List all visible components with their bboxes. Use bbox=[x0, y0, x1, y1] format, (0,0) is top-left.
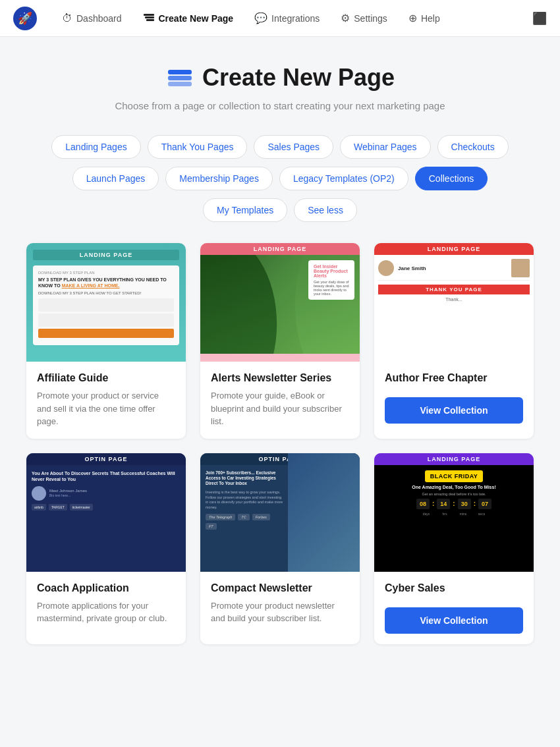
page-header: Create New Page Choose from a page or co… bbox=[26, 63, 534, 111]
logo-row: airbnb TARGET ticketmaster bbox=[32, 504, 181, 511]
nav-right-action[interactable]: ⬛ bbox=[532, 11, 547, 26]
card-type-label: LANDING PAGE bbox=[33, 250, 179, 260]
view-collection-button-author[interactable]: View Collection bbox=[385, 397, 523, 424]
card-coach: OPTIN PAGE You Are About To Discover Sec… bbox=[26, 453, 186, 644]
svg-rect-4 bbox=[146, 19, 154, 21]
timer-label-secs: secs bbox=[474, 512, 490, 516]
svg-rect-7 bbox=[168, 70, 192, 74]
svg-rect-2 bbox=[144, 14, 154, 16]
svg-rect-6 bbox=[168, 76, 192, 80]
card-info-coach: Coach Application Promote applications f… bbox=[26, 572, 186, 644]
logo-chip: Forbes bbox=[252, 514, 270, 520]
filter-membership-pages[interactable]: Membership Pages bbox=[165, 167, 273, 190]
filter-checkouts[interactable]: Checkouts bbox=[437, 135, 509, 159]
filter-row-3: My Templates See less bbox=[26, 198, 534, 222]
see-less-button[interactable]: See less bbox=[294, 198, 357, 222]
card-info-author: Author Free Chapter View Collection bbox=[374, 362, 534, 439]
card-title: Author Free Chapter bbox=[385, 372, 523, 384]
card-type-label: LANDING PAGE bbox=[374, 453, 534, 465]
timer-hours: 14 bbox=[437, 499, 450, 509]
cyber-inner: BLACK FRIDAY One Amazing Deal, Too Good … bbox=[374, 465, 534, 572]
filter-my-templates[interactable]: My Templates bbox=[203, 198, 287, 222]
coach-avatar bbox=[32, 486, 46, 501]
cyber-badge: BLACK FRIDAY bbox=[425, 470, 484, 482]
card-alerts: LANDING PAGE Get Insider Beauty Product … bbox=[200, 243, 360, 439]
timer: 08 : 14 : 30 : 07 bbox=[416, 499, 491, 509]
card-title: Alerts Newsletter Series bbox=[211, 372, 349, 384]
card-type-label: LANDING PAGE bbox=[200, 243, 360, 255]
card-preview-cyber: LANDING PAGE BLACK FRIDAY One Amazing De… bbox=[374, 453, 534, 572]
stack-icon bbox=[165, 63, 194, 92]
compact-desc: Investing is the best way to grow your s… bbox=[206, 490, 283, 511]
cyber-headline: One Amazing Deal, Too Good To Miss! bbox=[412, 485, 495, 489]
filter-landing-pages[interactable]: Landing Pages bbox=[51, 135, 140, 159]
main-nav: 🚀 ⏱ Dashboard Create New Page 💬 Integrat… bbox=[0, 0, 560, 37]
filter-row-2: Launch Pages Membership Pages Legacy Tem… bbox=[26, 167, 534, 190]
compact-inner: Join 700+ Subscribers... Exclusive Acces… bbox=[200, 465, 288, 572]
logo-chip: FT bbox=[206, 523, 217, 530]
card-preview-coach: OPTIN PAGE You Are About To Discover Sec… bbox=[26, 453, 186, 572]
card-affiliate: LANDING PAGE DOWNLOAD MY 3 STEP PLAN MY … bbox=[26, 243, 186, 439]
dashboard-icon: ⏱ bbox=[62, 13, 72, 24]
logo-strip: The Telegraph TC Forbes FT bbox=[206, 514, 283, 530]
filter-webinar-pages[interactable]: Webinar Pages bbox=[340, 135, 430, 159]
collections-grid: LANDING PAGE DOWNLOAD MY 3 STEP PLAN MY … bbox=[26, 243, 534, 644]
coach-inner: You Are About To Discover Secrets That S… bbox=[26, 465, 186, 572]
card-preview-alerts: LANDING PAGE Get Insider Beauty Product … bbox=[200, 243, 360, 362]
timer-label-mins: mins bbox=[455, 512, 471, 516]
filter-sales-pages[interactable]: Sales Pages bbox=[254, 135, 333, 159]
overlay-text: Get Insider Beauty Product Alerts Get yo… bbox=[308, 260, 354, 300]
thanks-text: Thank... bbox=[378, 297, 530, 302]
view-collection-button-cyber[interactable]: View Collection bbox=[385, 607, 523, 634]
timer-secs: 07 bbox=[478, 499, 491, 509]
author-photo bbox=[511, 259, 530, 277]
timer-days: 08 bbox=[416, 499, 430, 509]
card-inner-preview: DOWNLOAD MY 3 STEP PLAN MY 3 STEP PLAN G… bbox=[33, 265, 179, 345]
compact-image bbox=[288, 453, 360, 572]
nav-create[interactable]: Create New Page bbox=[134, 6, 243, 31]
card-title: Cyber Sales bbox=[385, 582, 523, 594]
page-title: Create New Page bbox=[202, 64, 395, 92]
help-icon: ⊕ bbox=[408, 12, 417, 24]
author-row: Jane Smith bbox=[378, 259, 530, 281]
card-image-area: Get Insider Beauty Product Alerts Get yo… bbox=[200, 255, 360, 354]
card-description: Promote applications for your mastermind… bbox=[37, 599, 175, 634]
coach-profile: Meet Johnson James Bio text here... bbox=[32, 486, 181, 501]
filter-thank-you-pages[interactable]: Thank You Pages bbox=[148, 135, 248, 159]
card-title: Affiliate Guide bbox=[37, 372, 175, 384]
card-description: Promote your product or service and sell… bbox=[37, 389, 175, 428]
page-subtitle: Choose from a page or collection to star… bbox=[26, 100, 534, 111]
logo-chip: TARGET bbox=[49, 504, 67, 511]
filter-launch-pages[interactable]: Launch Pages bbox=[72, 167, 159, 190]
card-author: LANDING PAGE Jane Smith THANK YOU PAGE T… bbox=[374, 243, 534, 439]
coach-info: Meet Johnson James Bio text here... bbox=[49, 488, 87, 498]
nav-settings[interactable]: ⚙ Settings bbox=[331, 7, 397, 30]
card-title: Coach Application bbox=[37, 582, 175, 594]
nav-integrations[interactable]: 💬 Integrations bbox=[245, 7, 329, 30]
logo-chip: TC bbox=[238, 514, 249, 520]
app-logo[interactable]: 🚀 bbox=[13, 7, 37, 30]
card-type-label-thankyou: THANK YOU PAGE bbox=[378, 285, 530, 294]
filter-legacy-templates[interactable]: Legacy Templates (OP2) bbox=[279, 167, 408, 190]
timer-mins: 30 bbox=[458, 499, 471, 509]
card-description: Promote your guide, eBook or blueprint a… bbox=[211, 389, 349, 428]
timer-label-hrs: hrs bbox=[437, 512, 453, 516]
card-info-alerts: Alerts Newsletter Series Promote your gu… bbox=[200, 362, 360, 439]
card-info-cyber: Cyber Sales View Collection bbox=[374, 572, 534, 644]
logo-chip: airbnb bbox=[32, 504, 46, 511]
filter-row-1: Landing Pages Thank You Pages Sales Page… bbox=[26, 135, 534, 159]
card-info-affiliate: Affiliate Guide Promote your product or … bbox=[26, 362, 186, 439]
card-description: Promote your product newsletter and buil… bbox=[211, 599, 349, 634]
card-title: Compact Newsletter bbox=[211, 582, 349, 594]
card-preview-compact: OPTIN PAGE Join 700+ Subscribers... Excl… bbox=[200, 453, 360, 572]
main-content: Create New Page Choose from a page or co… bbox=[0, 37, 560, 684]
nav-items: ⏱ Dashboard Create New Page 💬 Integratio… bbox=[53, 6, 532, 31]
nav-dashboard[interactable]: ⏱ Dashboard bbox=[53, 7, 131, 30]
card-type-label-landing: LANDING PAGE bbox=[374, 243, 534, 255]
filter-collections[interactable]: Collections bbox=[415, 167, 488, 190]
card-info-compact: Compact Newsletter Promote your product … bbox=[200, 572, 360, 644]
card-compact: OPTIN PAGE Join 700+ Subscribers... Excl… bbox=[200, 453, 360, 644]
author-content: Jane Smith THANK YOU PAGE Thank... bbox=[374, 255, 534, 362]
logo-chip: The Telegraph bbox=[206, 514, 235, 520]
nav-help[interactable]: ⊕ Help bbox=[399, 7, 449, 30]
